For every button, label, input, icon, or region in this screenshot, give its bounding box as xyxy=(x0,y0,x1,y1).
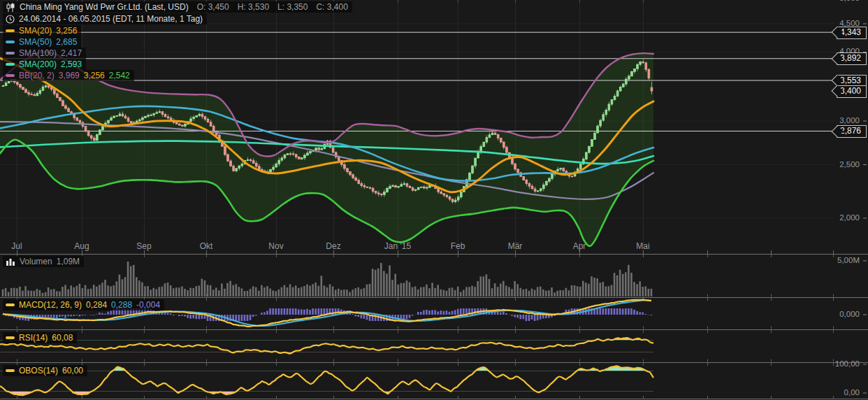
sma20-color-swatch xyxy=(6,29,15,32)
sma200-label: SMA(200) xyxy=(19,59,57,69)
sma200-value: 2,593 xyxy=(61,59,82,69)
obos-color-swatch xyxy=(6,369,15,372)
symbol-title: China Ming Yang Wd Pwr Gr.Ltd. (Last, US… xyxy=(20,2,189,12)
chart-title-bar: China Ming Yang Wd Pwr Gr.Ltd. (Last, US… xyxy=(3,1,352,13)
bollinger-middle-value: 3,256 xyxy=(84,71,105,80)
volume-bars-icon xyxy=(6,257,15,266)
x-axis-label: Mai xyxy=(625,241,661,251)
price-level-tag[interactable]: 2,876 xyxy=(837,125,867,138)
macd-hist-value: -0,004 xyxy=(136,300,160,310)
bollinger-label: BB(20, 2) xyxy=(19,71,55,80)
chart-window: China Ming Yang Wd Pwr Gr.Ltd. (Last, US… xyxy=(0,0,868,400)
x-axis-label: Nov xyxy=(258,241,294,251)
volume-label: Volumen xyxy=(20,257,52,266)
sma100-color-swatch xyxy=(6,52,15,55)
y-axis-tick-label: 2,000 xyxy=(801,213,860,222)
legend-volume[interactable]: Volumen 1,09M xyxy=(3,256,84,267)
y-axis-tick-label: 5,000 xyxy=(801,0,860,2)
sma100-label: SMA(100) xyxy=(19,48,57,58)
clock-icon xyxy=(6,15,15,24)
ohlc-close: C: 3,400 xyxy=(316,2,347,12)
x-axis-label: Aug xyxy=(64,241,100,251)
sma100-value: 2,417 xyxy=(61,48,82,58)
rsi-value: 60,08 xyxy=(52,333,73,343)
chart-canvas[interactable] xyxy=(0,0,868,400)
x-axis-label: Mär xyxy=(497,241,533,251)
sma20-value: 3,256 xyxy=(56,26,77,36)
legend-bollinger[interactable]: BB(20, 2) 3,969 3,256 2,542 xyxy=(3,70,134,81)
ohlc-low: L: 3,350 xyxy=(277,2,308,12)
x-axis-label: Jul xyxy=(0,241,35,251)
macd-label: MACD(12, 26, 9) xyxy=(19,300,82,310)
x-axis-label: Sep xyxy=(126,241,162,251)
rsi-label: RSI(14) xyxy=(19,333,48,343)
obos-value: 60,00 xyxy=(62,366,83,376)
legend-sma20[interactable]: SMA(20) 3,256 xyxy=(3,25,81,36)
volume-value: 1,09M xyxy=(57,257,80,266)
sma50-color-swatch xyxy=(6,41,15,43)
macd-signal-value: 0,288 xyxy=(111,300,132,310)
y-axis-tick-label: 2,500 xyxy=(801,160,860,169)
obos-axis-bottom-label: 0,00 xyxy=(801,388,860,397)
legend-rsi[interactable]: RSI(14) 60,08 xyxy=(3,332,77,343)
bollinger-upper-value: 3,969 xyxy=(59,71,80,80)
legend-macd[interactable]: MACD(12, 26, 9) 0,284 0,288 -0,004 xyxy=(3,299,164,310)
date-range-label: 24.06.2014 - 06.05.2015 (EDT, 11 Monate,… xyxy=(19,14,203,24)
volume-axis-label: 5,00M xyxy=(801,256,860,264)
sma50-value: 2,685 xyxy=(56,37,77,47)
obos-label: OBOS(14) xyxy=(19,366,58,376)
obos-axis-top-label: 100,00 xyxy=(801,359,860,368)
legend-obos[interactable]: OBOS(14) 60,00 xyxy=(3,365,87,376)
legend-sma100[interactable]: SMA(100) 2,417 xyxy=(3,48,86,59)
x-axis-label: Jan '15 xyxy=(379,241,416,251)
bollinger-lower-value: 2,542 xyxy=(109,71,130,80)
macd-color-swatch xyxy=(6,303,15,306)
y-axis-tick-label: 3,000 xyxy=(801,116,860,124)
x-axis-label: Okt xyxy=(188,241,224,251)
legend-sma50[interactable]: SMA(50) 2,685 xyxy=(3,36,81,48)
sma200-color-swatch xyxy=(6,63,15,66)
candlestick-chart-icon xyxy=(6,3,15,12)
macd-axis-label: 0,000 xyxy=(801,310,860,318)
sma50-label: SMA(50) xyxy=(19,37,52,47)
sma20-label: SMA(20) xyxy=(19,26,52,36)
date-range-bar: 24.06.2014 - 06.05.2015 (EDT, 11 Monate,… xyxy=(3,13,207,24)
legend-sma200[interactable]: SMA(200) 2,593 xyxy=(3,59,86,70)
bollinger-color-swatch xyxy=(6,74,15,77)
x-axis-label: Feb xyxy=(440,241,476,251)
x-axis-label: Dez xyxy=(315,241,352,251)
rsi-color-swatch xyxy=(6,336,15,339)
ohlc-open: O: 3,450 xyxy=(197,2,229,12)
price-level-tag[interactable]: 3,892 xyxy=(837,52,867,65)
macd-value: 0,284 xyxy=(86,300,107,310)
ohlc-high: H: 3,530 xyxy=(238,2,269,12)
x-axis-label: Apr xyxy=(561,241,598,251)
last-price-tag: 3,400 xyxy=(837,85,867,98)
price-level-tag[interactable]: 4,343 xyxy=(837,27,867,39)
